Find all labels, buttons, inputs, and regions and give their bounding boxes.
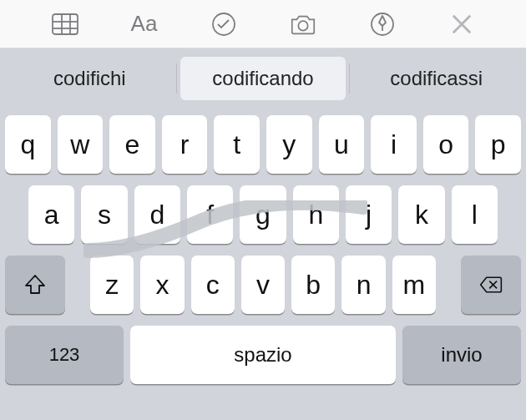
key-s[interactable]: s bbox=[81, 185, 127, 244]
key-r[interactable]: r bbox=[162, 115, 208, 174]
suggestion-right[interactable]: codificassi bbox=[353, 57, 519, 100]
return-key[interactable]: invio bbox=[402, 326, 521, 384]
suggestion-bar: codifichi codificando codificassi bbox=[0, 48, 526, 109]
checkmark-circle-icon[interactable] bbox=[207, 10, 240, 38]
backspace-key[interactable] bbox=[461, 256, 521, 314]
suggestion-divider bbox=[176, 63, 177, 94]
key-f[interactable]: f bbox=[187, 185, 233, 244]
svg-point-6 bbox=[298, 21, 307, 30]
key-b[interactable]: b bbox=[291, 256, 335, 314]
svg-rect-0 bbox=[53, 14, 78, 34]
close-icon[interactable] bbox=[445, 10, 478, 38]
key-d[interactable]: d bbox=[134, 185, 180, 244]
table-icon[interactable] bbox=[48, 10, 82, 38]
key-a[interactable]: a bbox=[28, 185, 74, 244]
suggestion-divider bbox=[349, 63, 350, 94]
key-x[interactable]: x bbox=[140, 256, 184, 314]
key-row-4: 123 spazio invio bbox=[5, 326, 521, 384]
camera-icon[interactable] bbox=[286, 10, 320, 38]
key-row-3: z x c v b n m bbox=[5, 256, 521, 314]
key-g[interactable]: g bbox=[240, 185, 286, 244]
key-h[interactable]: h bbox=[293, 185, 339, 244]
font-aa-icon[interactable]: Aa bbox=[128, 11, 161, 37]
key-q[interactable]: q bbox=[5, 115, 51, 174]
key-p[interactable]: p bbox=[475, 115, 521, 174]
key-o[interactable]: o bbox=[423, 115, 469, 174]
key-u[interactable]: u bbox=[319, 115, 365, 174]
key-w[interactable]: w bbox=[58, 115, 104, 174]
key-row-2: a s d f g h j k l bbox=[5, 185, 521, 244]
symbols-key[interactable]: 123 bbox=[5, 326, 124, 384]
key-n[interactable]: n bbox=[341, 256, 385, 314]
suggestion-center[interactable]: codificando bbox=[180, 57, 346, 100]
key-k[interactable]: k bbox=[398, 185, 444, 244]
key-i[interactable]: i bbox=[371, 115, 417, 174]
key-l[interactable]: l bbox=[452, 185, 498, 244]
key-v[interactable]: v bbox=[241, 256, 285, 314]
key-t[interactable]: t bbox=[214, 115, 260, 174]
key-y[interactable]: y bbox=[266, 115, 312, 174]
shift-key[interactable] bbox=[5, 256, 65, 314]
key-row-1: q w e r t y u i o p bbox=[5, 115, 521, 174]
keyboard: q w e r t y u i o p a s d f g h j k l z … bbox=[0, 109, 526, 389]
key-m[interactable]: m bbox=[392, 256, 436, 314]
markup-pen-icon[interactable] bbox=[366, 10, 399, 38]
key-c[interactable]: c bbox=[191, 256, 235, 314]
key-j[interactable]: j bbox=[346, 185, 392, 244]
suggestion-left[interactable]: codifichi bbox=[7, 57, 173, 100]
space-key[interactable]: spazio bbox=[130, 326, 396, 384]
key-z[interactable]: z bbox=[90, 256, 134, 314]
toolbar: Aa bbox=[0, 0, 526, 48]
key-e[interactable]: e bbox=[109, 115, 155, 174]
